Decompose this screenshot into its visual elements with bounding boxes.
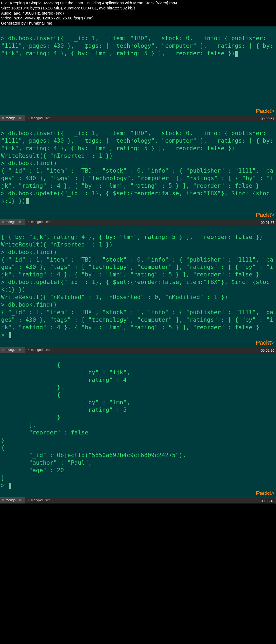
video-metadata-header: File: Keeping It Simple- Mocking Out the… <box>0 0 276 26</box>
shell2-writeresult: WriteResult({ "nInserted" : 1 }) <box>1 152 113 159</box>
brand-logo: Packt> <box>256 107 274 115</box>
terminal-frame-1[interactable]: > db.book.insert({ _id: 1, item: "TBD", … <box>0 26 276 115</box>
shell4-l16: } <box>1 474 5 481</box>
shell4-l10: "reorder" : false <box>1 429 88 436</box>
shell3-tail: [ { by: "ijk", rating: 4 }, { by: "lmn",… <box>1 234 263 240</box>
tab-shortcut: ⌘2 <box>45 348 50 352</box>
terminal-tabbar-2: × mongo ⌘1 × mongod ⌘2 00:01:37 <box>0 219 276 225</box>
tab-label: mongod <box>31 348 43 352</box>
shell1-cmd: > db.book.insert({ _id: 1, item: "TBD", … <box>1 35 276 57</box>
terminal-tabbar-1: × mongo ⌘1 × mongod ⌘2 00:00:57 <box>0 115 276 121</box>
close-icon[interactable]: × <box>2 348 4 352</box>
brand-logo: Packt> <box>256 489 274 497</box>
close-icon[interactable]: × <box>2 498 4 502</box>
brand-logo: Packt> <box>256 339 274 347</box>
file-line: File: Keeping It Simple- Mocking Out the… <box>1 1 275 6</box>
tab-mongo[interactable]: × mongo ⌘1 <box>0 347 25 353</box>
frame-timestamp: 00:01:37 <box>261 221 274 225</box>
video-line: Video: h264, yuv420p, 1280x720, 25.00 fp… <box>1 16 275 21</box>
terminal-frame-3[interactable]: [ { by: "ijk", rating: 4 }, { by: "lmn",… <box>0 225 276 347</box>
terminal-tabbar-3: × mongo ⌘1 × mongod ⌘2 00:02:26 <box>0 347 276 353</box>
shell3-find1: > db.book.find() <box>1 249 57 255</box>
close-icon[interactable]: × <box>2 220 4 224</box>
tab-shortcut: ⌘1 <box>18 220 23 224</box>
text-cursor <box>9 483 11 489</box>
tab-mongo[interactable]: × mongo ⌘1 <box>0 497 25 503</box>
shell4-l13: "_id" : ObjectId("5850a692b4c9cf6809c242… <box>1 452 186 458</box>
shell2-update: > db.book.update({"_id" : 1}, { $set:{re… <box>1 190 270 204</box>
shell4-l12: { <box>1 444 5 451</box>
close-icon[interactable]: × <box>27 116 29 120</box>
tab-mongo[interactable]: × mongo ⌘1 <box>0 219 25 225</box>
tab-mongod[interactable]: × mongod ⌘2 <box>25 219 53 225</box>
tab-label: mongo <box>6 348 16 352</box>
shell4-l11: } <box>1 437 5 443</box>
tab-shortcut: ⌘2 <box>45 117 50 120</box>
terminal-frame-2[interactable]: > db.book.insert({ _id: 1, item: "TBD", … <box>0 121 276 219</box>
tab-shortcut: ⌘2 <box>45 499 50 502</box>
frame-timestamp: 00:00:57 <box>261 117 274 121</box>
tab-mongod[interactable]: × mongod ⌘2 <box>25 347 53 353</box>
tab-label: mongo <box>6 498 16 502</box>
tab-shortcut: ⌘1 <box>18 499 23 502</box>
close-icon[interactable]: × <box>27 220 29 224</box>
close-icon[interactable]: × <box>2 116 4 120</box>
size-line: Size: 16021346 bytes (15.28 MiB), durati… <box>1 6 275 11</box>
close-icon[interactable]: × <box>27 498 29 502</box>
shell4-l15: "age" : 20 <box>1 467 64 474</box>
shell4-prompt: > <box>1 482 8 489</box>
shell3-doc1: { "_id" : 1, "item" : "TBD", "stock" : 0… <box>1 256 273 278</box>
tab-label: mongo <box>6 116 16 120</box>
tab-label: mongod <box>31 220 43 224</box>
shell3-writeresult2: WriteResult({ "nMatched" : 1, "nUpserted… <box>1 294 228 300</box>
shell2-find: > db.book.find() <box>1 160 57 166</box>
frame-timestamp: 00:03:13 <box>261 499 274 503</box>
shell4-l6: "by" : "lmn", <box>1 399 130 406</box>
brand-logo: Packt> <box>256 211 274 219</box>
shell4-l2: "by" : "ijk", <box>1 369 130 376</box>
shell3-prompt: > <box>1 331 8 338</box>
tab-label: mongo <box>6 220 16 224</box>
shell4-l4: }, <box>1 384 64 391</box>
shell2-insert: > db.book.insert({ _id: 1, item: "TBD", … <box>1 130 276 152</box>
shell3-find2: > db.book.find() <box>1 301 57 308</box>
tab-mongod[interactable]: × mongod ⌘2 <box>25 497 53 503</box>
tab-shortcut: ⌘2 <box>45 220 50 224</box>
tab-shortcut: ⌘1 <box>18 348 23 352</box>
shell4-l7: "rating" : 5 <box>1 406 127 413</box>
tab-label: mongod <box>31 498 43 502</box>
terminal-tabbar-4: × mongo ⌘1 × mongod ⌘2 00:03:13 <box>0 497 276 503</box>
generated-line: Generated by Thumbnail me <box>1 21 275 26</box>
tab-label: mongod <box>31 116 43 120</box>
shell4-l3: "rating" : 4 <box>1 376 127 383</box>
text-cursor <box>26 198 29 204</box>
close-icon[interactable]: × <box>27 348 29 352</box>
audio-line: Audio: aac, 48000 Hz, stereo (eng) <box>1 11 275 16</box>
terminal-frame-4[interactable]: { "by" : "ijk", "rating" : 4 }, { "by" :… <box>0 353 276 497</box>
loading-spinner-icon <box>57 177 61 180</box>
text-cursor <box>9 332 11 338</box>
shell4-l1: { <box>1 361 60 368</box>
shell4-l5: { <box>1 391 60 398</box>
tab-mongod[interactable]: × mongod ⌘2 <box>25 115 53 121</box>
shell3-writeresult1: WriteResult({ "nInserted" : 1 }) <box>1 241 113 248</box>
shell4-l8: } <box>1 414 60 421</box>
frame-timestamp: 00:02:26 <box>261 348 274 352</box>
text-cursor <box>235 51 238 57</box>
shell4-l14: "author" : "Paul", <box>1 459 92 466</box>
shell4-l9: ], <box>1 422 36 428</box>
shell3-doc2: { "_id" : 1, "item" : "TBX", "stock" : 1… <box>1 309 273 331</box>
tab-shortcut: ⌘1 <box>18 117 23 120</box>
tab-mongo[interactable]: × mongo ⌘1 <box>0 115 25 121</box>
shell3-update: > db.book.update({"_id" : 1}, { $set:{re… <box>1 279 270 293</box>
